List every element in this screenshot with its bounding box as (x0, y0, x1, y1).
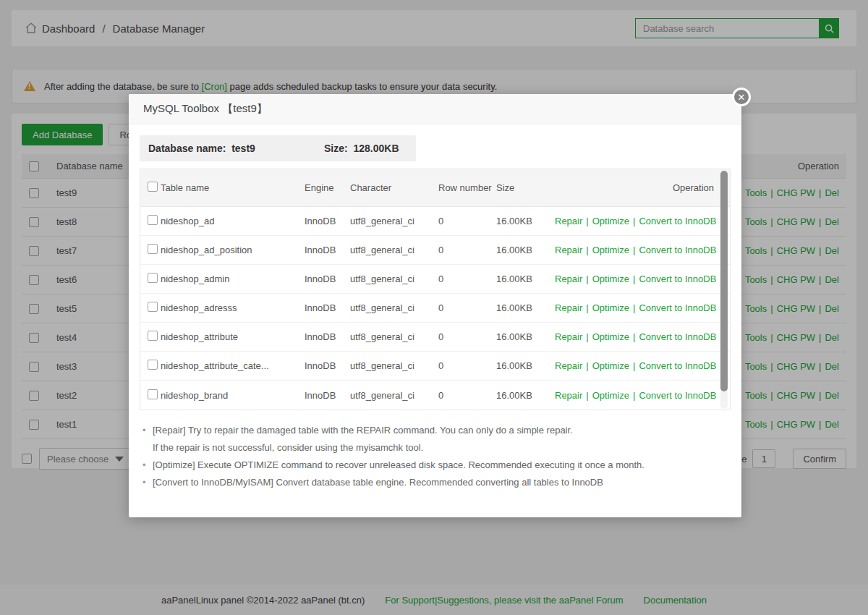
repair-link[interactable]: Repair (555, 216, 582, 226)
size: 16.00KB (496, 360, 555, 371)
row-checkbox[interactable] (148, 389, 158, 399)
engine: InnoDB (305, 273, 350, 284)
note-line: • [Repair] Try to repair the damaged tab… (142, 422, 731, 439)
repair-link[interactable]: Repair (555, 273, 582, 284)
table-row: nideshop_ad InnoDB utf8_general_ci 0 16.… (140, 207, 730, 236)
engine: InnoDB (305, 245, 350, 255)
row-operations: Repair|Optimize|Convert to InnoDB (555, 302, 730, 313)
modal-body: Database name: test9 Size: 128.00KB Tabl… (129, 124, 741, 502)
row-operations: Repair|Optimize|Convert to InnoDB (555, 245, 730, 255)
table-name: nideshop_ad (161, 216, 305, 226)
scrollbar-track[interactable] (720, 171, 728, 409)
row-operations: Repair|Optimize|Convert to InnoDB (555, 216, 730, 226)
bullet-icon: • (142, 474, 153, 491)
note-line: • If the repair is not successful, consi… (142, 439, 731, 457)
convert-link[interactable]: Convert to InnoDB (639, 302, 716, 313)
optimize-link[interactable]: Optimize (592, 302, 629, 313)
row-number: 0 (438, 216, 496, 226)
row-operations: Repair|Optimize|Convert to InnoDB (555, 273, 730, 284)
database-info-bar: Database name: test9 Size: 128.00KB (140, 135, 416, 161)
convert-link[interactable]: Convert to InnoDB (639, 216, 716, 226)
character: utf8_general_ci (350, 216, 438, 226)
modal-close-button[interactable] (732, 88, 751, 106)
engine: InnoDB (305, 360, 350, 371)
row-number: 0 (438, 331, 496, 342)
row-checkbox[interactable] (148, 273, 158, 283)
tables-list: Table name Engine Character Row number S… (140, 169, 731, 410)
table-rows: nideshop_ad InnoDB utf8_general_ci 0 16.… (140, 207, 730, 410)
repair-link[interactable]: Repair (555, 245, 582, 255)
size: 16.00KB (496, 216, 555, 226)
convert-link[interactable]: Convert to InnoDB (639, 245, 716, 255)
col-table-name: Table name (161, 182, 305, 193)
row-checkbox[interactable] (148, 244, 158, 254)
row-number: 0 (438, 360, 496, 371)
table-row: nideshop_ad_position InnoDB utf8_general… (140, 236, 730, 265)
size: 16.00KB (496, 245, 555, 255)
row-operations: Repair|Optimize|Convert to InnoDB (555, 390, 730, 401)
repair-link[interactable]: Repair (555, 360, 582, 371)
character: utf8_general_ci (350, 245, 438, 255)
close-icon (738, 93, 746, 102)
optimize-link[interactable]: Optimize (592, 273, 629, 284)
optimize-link[interactable]: Optimize (592, 331, 629, 342)
repair-link[interactable]: Repair (555, 331, 582, 342)
table-row: nideshop_attribute InnoDB utf8_general_c… (140, 323, 730, 352)
repair-link[interactable]: Repair (555, 302, 582, 313)
repair-link[interactable]: Repair (555, 390, 582, 401)
convert-link[interactable]: Convert to InnoDB (639, 331, 716, 342)
note-text: [Convert to InnoDB/MyISAM] Convert datab… (153, 474, 603, 491)
row-number: 0 (438, 245, 496, 255)
row-checkbox[interactable] (148, 215, 158, 225)
note-line: • [Optimize] Execute OPTIMIZE command to… (142, 457, 731, 474)
convert-link[interactable]: Convert to InnoDB (639, 390, 716, 401)
character: utf8_general_ci (350, 360, 438, 371)
row-checkbox[interactable] (148, 302, 158, 312)
size: 16.00KB (496, 273, 555, 284)
col-size: Size (496, 182, 555, 193)
row-operations: Repair|Optimize|Convert to InnoDB (555, 360, 730, 371)
bullet-icon: • (142, 457, 153, 474)
note-text: [Repair] Try to repair the damaged table… (153, 422, 573, 439)
note-text: [Optimize] Execute OPTIMIZE command to r… (153, 457, 644, 474)
row-checkbox[interactable] (148, 360, 158, 370)
table-name: nideshop_attribute_cate... (161, 360, 305, 371)
optimize-link[interactable]: Optimize (592, 360, 629, 371)
database-name-info: Database name: test9 (140, 143, 324, 154)
row-checkbox[interactable] (148, 331, 158, 341)
scrollbar-thumb[interactable] (720, 171, 728, 391)
row-number: 0 (438, 302, 496, 313)
table-row: nideshop_adresss InnoDB utf8_general_ci … (140, 294, 730, 323)
table-name: nideshop_adresss (161, 302, 305, 313)
convert-link[interactable]: Convert to InnoDB (639, 360, 716, 371)
size: 16.00KB (496, 331, 555, 342)
select-all-tables-checkbox[interactable] (148, 182, 158, 192)
database-size-info: Size: 128.00KB (324, 143, 399, 154)
engine: InnoDB (305, 216, 350, 226)
engine: InnoDB (305, 331, 350, 342)
bullet-icon: • (142, 422, 153, 439)
optimize-link[interactable]: Optimize (592, 216, 629, 226)
convert-link[interactable]: Convert to InnoDB (639, 273, 716, 284)
character: utf8_general_ci (350, 390, 438, 401)
table-name: nideshop_admin (161, 273, 305, 284)
table-row: nideshop_admin InnoDB utf8_general_ci 0 … (140, 265, 730, 294)
character: utf8_general_ci (350, 273, 438, 284)
row-number: 0 (438, 390, 496, 401)
size: 16.00KB (496, 390, 555, 401)
mysql-toolbox-modal: MySQL Toolbox 【test9】 Database name: tes… (129, 94, 741, 517)
tables-list-header: Table name Engine Character Row number S… (140, 169, 730, 207)
character: utf8_general_ci (350, 302, 438, 313)
table-name: nideshop_brand (161, 390, 305, 401)
col-character: Character (350, 182, 438, 193)
optimize-link[interactable]: Optimize (592, 245, 629, 255)
table-name: nideshop_attribute (161, 331, 305, 342)
row-number: 0 (438, 273, 496, 284)
select-all-tables-checkbox-cell (140, 182, 161, 194)
modal-title: MySQL Toolbox 【test9】 (129, 94, 741, 124)
col-row-number: Row number (438, 182, 496, 193)
table-name: nideshop_ad_position (161, 245, 305, 255)
optimize-link[interactable]: Optimize (592, 390, 629, 401)
toolbox-notes: • [Repair] Try to repair the damaged tab… (142, 422, 731, 491)
note-text: If the repair is not successful, conside… (153, 439, 423, 457)
